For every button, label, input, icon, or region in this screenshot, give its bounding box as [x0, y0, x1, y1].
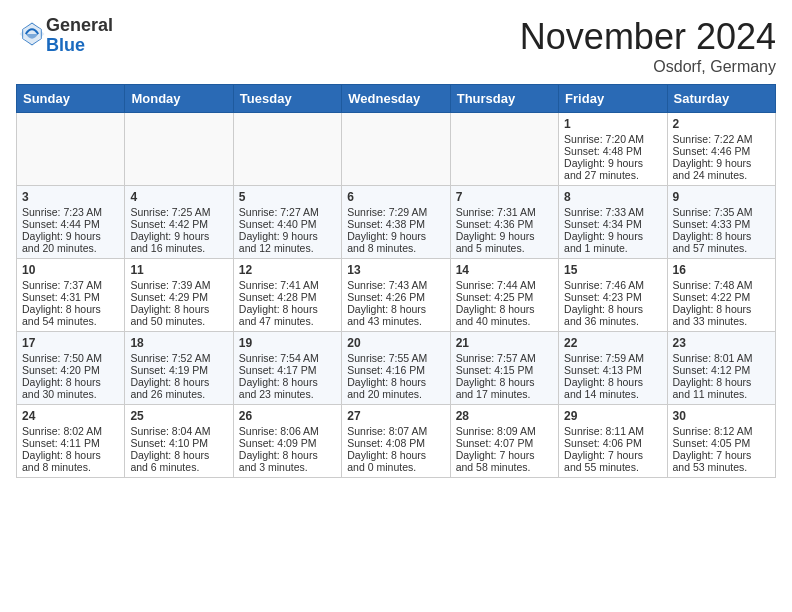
cell-info: Sunset: 4:38 PM — [347, 218, 444, 230]
day-header-saturday: Saturday — [667, 85, 775, 113]
cell-info: Daylight: 9 hours and 8 minutes. — [347, 230, 444, 254]
cell-info: Daylight: 8 hours and 3 minutes. — [239, 449, 336, 473]
day-number: 1 — [564, 117, 661, 131]
title-block: November 2024 Osdorf, Germany — [520, 16, 776, 76]
cell-info: Sunset: 4:40 PM — [239, 218, 336, 230]
cell-info: Sunrise: 7:43 AM — [347, 279, 444, 291]
cell-info: Sunrise: 8:02 AM — [22, 425, 119, 437]
cell-info: Sunrise: 8:09 AM — [456, 425, 553, 437]
calendar-cell: 19Sunrise: 7:54 AMSunset: 4:17 PMDayligh… — [233, 332, 341, 405]
calendar-cell: 25Sunrise: 8:04 AMSunset: 4:10 PMDayligh… — [125, 405, 233, 478]
calendar-cell: 14Sunrise: 7:44 AMSunset: 4:25 PMDayligh… — [450, 259, 558, 332]
day-number: 22 — [564, 336, 661, 350]
cell-info: Sunrise: 7:25 AM — [130, 206, 227, 218]
week-row-1: 1Sunrise: 7:20 AMSunset: 4:48 PMDaylight… — [17, 113, 776, 186]
day-number: 20 — [347, 336, 444, 350]
calendar-cell: 1Sunrise: 7:20 AMSunset: 4:48 PMDaylight… — [559, 113, 667, 186]
logo-blue: Blue — [46, 35, 85, 55]
calendar-cell: 5Sunrise: 7:27 AMSunset: 4:40 PMDaylight… — [233, 186, 341, 259]
day-header-tuesday: Tuesday — [233, 85, 341, 113]
cell-info: Sunset: 4:11 PM — [22, 437, 119, 449]
calendar-cell: 16Sunrise: 7:48 AMSunset: 4:22 PMDayligh… — [667, 259, 775, 332]
logo-text: General Blue — [46, 16, 113, 56]
day-number: 30 — [673, 409, 770, 423]
cell-info: Sunrise: 7:55 AM — [347, 352, 444, 364]
day-header-monday: Monday — [125, 85, 233, 113]
cell-info: Daylight: 8 hours and 47 minutes. — [239, 303, 336, 327]
cell-info: Sunset: 4:44 PM — [22, 218, 119, 230]
cell-info: Sunrise: 7:29 AM — [347, 206, 444, 218]
day-number: 13 — [347, 263, 444, 277]
week-row-2: 3Sunrise: 7:23 AMSunset: 4:44 PMDaylight… — [17, 186, 776, 259]
cell-info: Sunrise: 7:33 AM — [564, 206, 661, 218]
day-number: 27 — [347, 409, 444, 423]
cell-info: Sunset: 4:19 PM — [130, 364, 227, 376]
cell-info: Sunrise: 8:01 AM — [673, 352, 770, 364]
cell-info: Sunset: 4:36 PM — [456, 218, 553, 230]
logo: General Blue — [16, 16, 113, 56]
calendar-cell — [342, 113, 450, 186]
cell-info: Sunrise: 8:06 AM — [239, 425, 336, 437]
cell-info: Daylight: 8 hours and 11 minutes. — [673, 376, 770, 400]
day-number: 2 — [673, 117, 770, 131]
logo-icon — [18, 20, 46, 48]
day-header-sunday: Sunday — [17, 85, 125, 113]
cell-info: Sunrise: 8:07 AM — [347, 425, 444, 437]
cell-info: Sunrise: 7:57 AM — [456, 352, 553, 364]
day-number: 16 — [673, 263, 770, 277]
cell-info: Sunrise: 7:31 AM — [456, 206, 553, 218]
cell-info: Sunrise: 7:22 AM — [673, 133, 770, 145]
cell-info: Daylight: 9 hours and 1 minute. — [564, 230, 661, 254]
day-number: 11 — [130, 263, 227, 277]
cell-info: Daylight: 9 hours and 16 minutes. — [130, 230, 227, 254]
calendar-cell: 26Sunrise: 8:06 AMSunset: 4:09 PMDayligh… — [233, 405, 341, 478]
cell-info: Daylight: 8 hours and 23 minutes. — [239, 376, 336, 400]
day-number: 24 — [22, 409, 119, 423]
day-number: 8 — [564, 190, 661, 204]
cell-info: Daylight: 8 hours and 36 minutes. — [564, 303, 661, 327]
cell-info: Daylight: 8 hours and 30 minutes. — [22, 376, 119, 400]
day-header-friday: Friday — [559, 85, 667, 113]
week-row-5: 24Sunrise: 8:02 AMSunset: 4:11 PMDayligh… — [17, 405, 776, 478]
cell-info: Sunset: 4:12 PM — [673, 364, 770, 376]
calendar-cell: 30Sunrise: 8:12 AMSunset: 4:05 PMDayligh… — [667, 405, 775, 478]
calendar-cell: 24Sunrise: 8:02 AMSunset: 4:11 PMDayligh… — [17, 405, 125, 478]
cell-info: Daylight: 8 hours and 57 minutes. — [673, 230, 770, 254]
day-number: 29 — [564, 409, 661, 423]
calendar-cell: 20Sunrise: 7:55 AMSunset: 4:16 PMDayligh… — [342, 332, 450, 405]
cell-info: Sunset: 4:15 PM — [456, 364, 553, 376]
calendar-cell: 10Sunrise: 7:37 AMSunset: 4:31 PMDayligh… — [17, 259, 125, 332]
cell-info: Sunrise: 7:39 AM — [130, 279, 227, 291]
month-title: November 2024 — [520, 16, 776, 58]
day-number: 18 — [130, 336, 227, 350]
day-number: 9 — [673, 190, 770, 204]
calendar-body: 1Sunrise: 7:20 AMSunset: 4:48 PMDaylight… — [17, 113, 776, 478]
cell-info: Sunset: 4:25 PM — [456, 291, 553, 303]
cell-info: Sunrise: 7:35 AM — [673, 206, 770, 218]
day-number: 17 — [22, 336, 119, 350]
day-number: 28 — [456, 409, 553, 423]
cell-info: Sunrise: 7:50 AM — [22, 352, 119, 364]
cell-info: Sunset: 4:33 PM — [673, 218, 770, 230]
calendar-cell: 8Sunrise: 7:33 AMSunset: 4:34 PMDaylight… — [559, 186, 667, 259]
cell-info: Sunrise: 7:23 AM — [22, 206, 119, 218]
cell-info: Daylight: 9 hours and 20 minutes. — [22, 230, 119, 254]
day-number: 25 — [130, 409, 227, 423]
calendar-cell: 3Sunrise: 7:23 AMSunset: 4:44 PMDaylight… — [17, 186, 125, 259]
calendar-header: SundayMondayTuesdayWednesdayThursdayFrid… — [17, 85, 776, 113]
calendar-cell: 6Sunrise: 7:29 AMSunset: 4:38 PMDaylight… — [342, 186, 450, 259]
day-number: 4 — [130, 190, 227, 204]
calendar-cell: 9Sunrise: 7:35 AMSunset: 4:33 PMDaylight… — [667, 186, 775, 259]
day-number: 23 — [673, 336, 770, 350]
cell-info: Sunset: 4:29 PM — [130, 291, 227, 303]
day-number: 15 — [564, 263, 661, 277]
cell-info: Daylight: 9 hours and 24 minutes. — [673, 157, 770, 181]
cell-info: Daylight: 8 hours and 50 minutes. — [130, 303, 227, 327]
cell-info: Sunrise: 7:37 AM — [22, 279, 119, 291]
cell-info: Daylight: 8 hours and 20 minutes. — [347, 376, 444, 400]
day-number: 3 — [22, 190, 119, 204]
cell-info: Sunrise: 8:04 AM — [130, 425, 227, 437]
day-number: 12 — [239, 263, 336, 277]
calendar-cell — [17, 113, 125, 186]
cell-info: Sunrise: 8:12 AM — [673, 425, 770, 437]
